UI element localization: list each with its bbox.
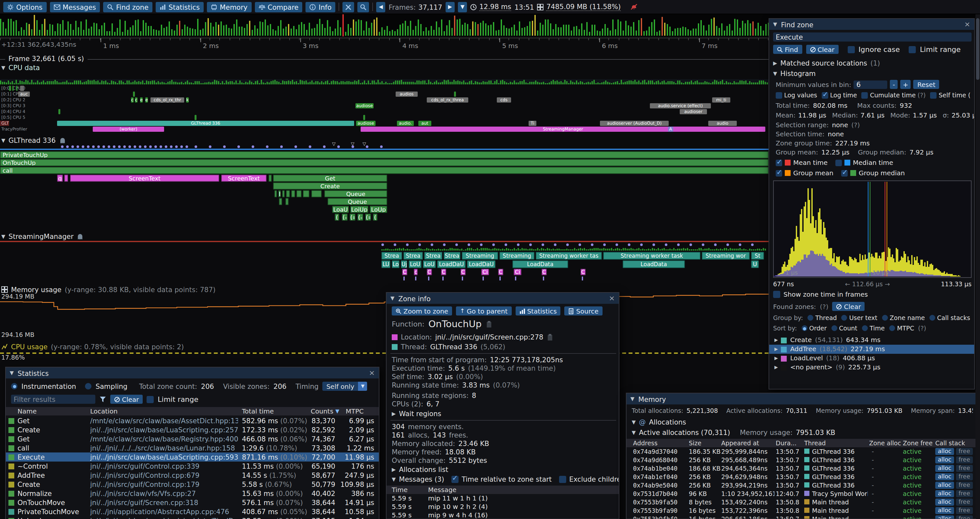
frame-bar[interactable] <box>407 26 409 36</box>
frame-bar[interactable] <box>467 24 468 36</box>
frame-bar[interactable] <box>402 23 403 36</box>
close-icon[interactable]: × <box>964 20 970 29</box>
frame-bar[interactable] <box>174 30 175 36</box>
frame-bar[interactable] <box>93 23 95 36</box>
frame-bar[interactable] <box>10 19 12 36</box>
clear-found-button[interactable]: Clear <box>832 302 865 311</box>
timeline-zone[interactable]: LoadData <box>512 260 568 268</box>
frame-bar[interactable] <box>371 23 372 36</box>
frame-bar[interactable] <box>272 29 274 36</box>
timeline-zone[interactable]: OnTouchUp <box>0 159 768 166</box>
frame-bar[interactable] <box>143 20 144 36</box>
frame-bar[interactable] <box>114 32 115 36</box>
frame-bar[interactable] <box>322 24 323 36</box>
frame-bar[interactable] <box>433 30 434 36</box>
frame-bar[interactable] <box>226 25 227 36</box>
frame-bar[interactable] <box>495 30 497 36</box>
frame-bar[interactable] <box>511 27 512 36</box>
frame-bar[interactable] <box>389 31 390 36</box>
message-dot[interactable] <box>108 145 110 148</box>
frame-bar[interactable] <box>636 30 637 36</box>
frame-bar[interactable] <box>438 27 440 36</box>
cpu-zone[interactable]: audio. <box>397 121 414 126</box>
timeline-zone[interactable]: Strea <box>424 252 442 260</box>
frame-bar[interactable] <box>200 30 201 36</box>
alloc-callstack-button[interactable]: alloc <box>935 473 954 481</box>
frame-bar[interactable] <box>99 29 100 36</box>
frame-bar[interactable] <box>5 29 6 36</box>
go-to-parent-button[interactable]: ↑ Go to parent <box>456 307 511 316</box>
col-time[interactable]: Time <box>392 485 407 494</box>
frame-bar[interactable] <box>745 23 746 36</box>
frame-bar[interactable] <box>283 29 284 36</box>
messages-header-row[interactable]: ▼ Messages (3) Time relative to zone sta… <box>392 475 619 483</box>
frame-bar[interactable] <box>452 28 453 36</box>
col-location[interactable]: Location <box>90 407 118 415</box>
stats-table-row[interactable]: Get/mnt/e/claw/src/claw/base/AssetDict.h… <box>6 416 379 425</box>
frame-bar[interactable] <box>109 31 110 36</box>
frame-bar[interactable] <box>288 24 289 36</box>
message-dot[interactable] <box>616 243 618 246</box>
timeline-zone[interactable]: Queue <box>324 190 387 197</box>
zone-info-titlebar[interactable]: ▼ Zone info × <box>387 293 619 304</box>
message-dot[interactable] <box>418 243 421 246</box>
log-time-checkbox[interactable] <box>822 92 828 98</box>
find-button[interactable]: Find <box>773 45 802 54</box>
exclude-children-checkbox[interactable] <box>559 476 566 483</box>
group-by-radio-thread[interactable] <box>808 315 813 321</box>
frame-bar[interactable] <box>140 31 142 36</box>
frame-bar[interactable] <box>765 24 767 36</box>
prev-frame-button[interactable]: ◀ <box>376 2 385 12</box>
frame-bar[interactable] <box>539 23 541 36</box>
message-dot[interactable] <box>165 145 167 148</box>
histogram-header-row[interactable]: ▼ Histogram <box>773 69 816 77</box>
frame-bar[interactable] <box>23 30 25 36</box>
frame-bar[interactable] <box>262 22 263 36</box>
message-dot[interactable] <box>394 243 396 246</box>
free-callstack-button[interactable]: free <box>956 448 973 455</box>
frame-bar[interactable] <box>31 29 32 36</box>
col-zone-free[interactable]: Zone free <box>903 439 933 447</box>
memory-table-row[interactable]: 0x74ab1ef040256 KB294,629,948ns13:50.7GL… <box>627 473 975 481</box>
median-time-checkbox[interactable] <box>835 160 842 166</box>
frame-bar[interactable] <box>706 30 707 36</box>
frame-bar[interactable] <box>425 27 427 36</box>
frame-bar[interactable] <box>44 19 45 36</box>
alloc-callstack-button[interactable]: alloc <box>935 490 954 497</box>
message-dot[interactable] <box>223 145 226 148</box>
col-address[interactable]: Address <box>633 439 658 447</box>
frame-bar[interactable] <box>148 26 149 36</box>
found-zone-group-row[interactable]: ▶AddTree(18,542)227.19 ms <box>769 345 974 354</box>
timeline-zone[interactable]: PrivateTouchUp <box>0 151 768 158</box>
glthread-header[interactable]: ▼ GLThread 336 <box>1 136 66 144</box>
message-dot[interactable] <box>266 145 269 148</box>
message-dot[interactable] <box>352 145 354 148</box>
timeline-zone[interactable]: (- <box>342 214 348 221</box>
timing-combo[interactable]: Self only ▼ <box>322 382 367 391</box>
frame-bar[interactable] <box>231 29 232 36</box>
frame-bar[interactable] <box>251 30 253 36</box>
cpu-zone[interactable] <box>133 91 135 97</box>
frame-bar[interactable] <box>488 25 489 36</box>
frame-bar[interactable] <box>49 24 51 36</box>
found-zone-group-row[interactable]: ▶Create(54,131)643.34 ms <box>769 335 974 345</box>
frame-bar[interactable] <box>734 19 735 36</box>
timeline-zone[interactable]: Create <box>273 182 387 190</box>
frame-bar[interactable] <box>472 21 474 36</box>
frame-bar[interactable] <box>566 25 567 36</box>
frame-bar[interactable] <box>278 26 279 36</box>
frame-bar[interactable] <box>21 27 22 36</box>
frame-bar[interactable] <box>399 25 401 36</box>
frame-bar[interactable] <box>522 28 523 36</box>
col-call-stack[interactable]: Call stack <box>935 439 965 447</box>
message-dot[interactable] <box>76 145 79 148</box>
found-zone-group-row[interactable]: ▶<no parent>(9)225.73 µs <box>769 363 974 372</box>
timeline-zone[interactable]: Streaming wor <box>702 252 750 260</box>
timeline-zone[interactable]: C <box>460 269 466 275</box>
message-dot[interactable] <box>492 243 495 246</box>
message-dot[interactable] <box>118 145 121 148</box>
frame-bar[interactable] <box>317 24 318 36</box>
frame-bar[interactable] <box>553 29 554 36</box>
frame-bar[interactable] <box>529 21 531 36</box>
frame-bar[interactable] <box>171 29 172 36</box>
